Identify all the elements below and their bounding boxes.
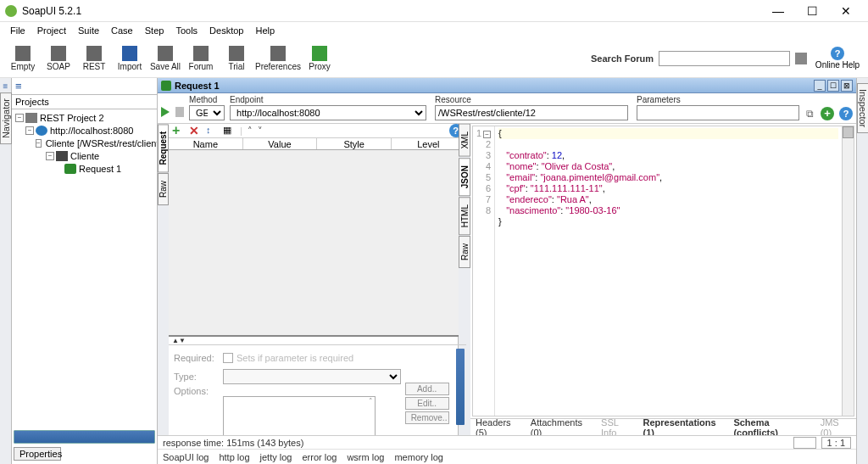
tool-proxy[interactable]: Proxy <box>302 42 337 75</box>
tab-request[interactable]: Request <box>158 124 169 172</box>
menu-project[interactable]: Project <box>32 24 71 37</box>
stop-button[interactable] <box>175 107 184 117</box>
properties-button[interactable]: Properties <box>14 447 61 461</box>
detail-scrollbar[interactable] <box>456 349 465 425</box>
expander-icon[interactable]: − <box>46 152 54 160</box>
tab-res-representations[interactable]: Representations (1) <box>643 417 725 436</box>
import-icon <box>122 46 137 61</box>
tool-trial[interactable]: Trial <box>219 42 254 75</box>
col-style[interactable]: Style <box>317 138 392 149</box>
inspector-tab[interactable]: Inspector <box>857 83 869 133</box>
params-config-icon[interactable]: ⧉ <box>804 107 815 120</box>
maximize-button[interactable]: ☐ <box>795 0 829 22</box>
navigator-scrollbar[interactable] <box>14 430 155 444</box>
config-icon[interactable]: ▦ <box>223 125 235 137</box>
type-select[interactable] <box>223 369 401 384</box>
tool-import[interactable]: Import <box>112 42 147 75</box>
minimize-button[interactable]: — <box>761 0 795 22</box>
tool-save-all[interactable]: Save All <box>147 42 183 75</box>
log-memory[interactable]: memory log <box>394 452 442 462</box>
tree-resource[interactable]: − Cliente <box>12 149 157 162</box>
log-soapui[interactable]: SoapUI log <box>163 452 209 462</box>
type-label: Type: <box>174 372 223 382</box>
expander-icon[interactable]: − <box>15 114 24 122</box>
delete-icon[interactable]: ✕ <box>189 125 201 137</box>
tree-root[interactable]: − REST Project 2 <box>12 111 157 124</box>
menu-case[interactable]: Case <box>106 24 138 37</box>
tab-res-jms[interactable]: JMS (0) <box>821 417 851 436</box>
move-icon[interactable]: ↕ <box>206 125 218 137</box>
resource-input[interactable] <box>435 105 628 120</box>
navigator-tab[interactable]: Navigator <box>0 92 12 144</box>
endpoint-label: Endpoint <box>230 95 430 104</box>
endpoint-select[interactable]: http://localhost:8080 <box>230 105 426 120</box>
empty-icon <box>15 46 31 61</box>
editor-area: Request 1 _ ☐ ⊠ Method GET Endpoint http… <box>158 78 856 464</box>
tool-rest[interactable]: REST <box>76 42 112 75</box>
menu-suite[interactable]: Suite <box>73 24 104 37</box>
tab-schema[interactable]: Schema (conflicts) <box>733 417 811 436</box>
tab-html[interactable]: HTML <box>459 197 470 235</box>
online-help-button[interactable]: ? Online Help <box>812 47 863 70</box>
col-name[interactable]: Name <box>169 138 243 149</box>
tab-xml[interactable]: XML <box>459 124 470 157</box>
option-edit-button[interactable]: Edit.. <box>405 397 449 410</box>
parameters-label: Parameters <box>637 95 799 104</box>
required-checkbox[interactable] <box>223 353 233 363</box>
tab-res-attachments[interactable]: Attachments (0) <box>531 417 593 436</box>
editor-close-icon[interactable]: ⊠ <box>841 80 853 92</box>
tab-request-raw[interactable]: Raw <box>158 173 169 205</box>
log-jetty[interactable]: jetty log <box>260 452 292 462</box>
menu-tools[interactable]: Tools <box>170 24 203 37</box>
menu-file[interactable]: File <box>5 24 31 37</box>
tool-forum[interactable]: Forum <box>183 42 219 75</box>
close-button[interactable]: ✕ <box>829 0 863 22</box>
main-toolbar: Empty SOAP REST Import Save All Forum Tr… <box>0 39 868 78</box>
option-remove-button[interactable]: Remove.. <box>405 411 449 424</box>
log-error[interactable]: error log <box>302 452 337 462</box>
up-icon[interactable]: ˄ <box>248 126 253 137</box>
option-add-button[interactable]: Add.. <box>405 383 449 395</box>
add-icon[interactable]: + <box>172 125 184 137</box>
log-http[interactable]: http log <box>219 452 249 462</box>
log-wsrm[interactable]: wsrm log <box>347 452 384 462</box>
tab-res-headers[interactable]: Headers (5) <box>476 417 522 436</box>
help-button[interactable]: ? <box>839 107 853 120</box>
expander-icon[interactable]: − <box>36 139 42 148</box>
response-scrollbar[interactable] <box>842 126 854 416</box>
tab-json[interactable]: JSON <box>459 158 470 196</box>
editor-title-bar: Request 1 _ ☐ ⊠ <box>158 78 856 93</box>
json-viewer[interactable]: 1−2345678 { "contrato": 12, "nome": "Oli… <box>472 126 854 416</box>
request-title-icon <box>161 81 171 91</box>
menu-step[interactable]: Step <box>140 24 170 37</box>
menu-desktop[interactable]: Desktop <box>204 24 248 37</box>
add-param-button[interactable]: + <box>821 107 834 120</box>
method-select[interactable]: GET <box>189 105 225 120</box>
tree-request[interactable]: Request 1 <box>12 162 157 175</box>
down-icon[interactable]: ˅ <box>258 126 263 137</box>
json-code[interactable]: { "contrato": 12, "nome": "Oliver da Cos… <box>495 126 842 416</box>
request-side-tabs: Request Raw <box>158 124 169 435</box>
search-forum-input[interactable] <box>659 51 790 66</box>
expander-icon[interactable]: − <box>25 126 34 135</box>
param-table-body[interactable] <box>169 150 466 337</box>
method-label: Method <box>189 95 225 104</box>
app-icon <box>5 5 17 17</box>
col-level[interactable]: Level <box>392 138 466 149</box>
tree-service[interactable]: − Cliente [/WSRest/rest/cliente/12 <box>12 137 157 149</box>
tab-response-raw[interactable]: Raw <box>459 236 470 268</box>
search-go-icon[interactable] <box>795 53 807 64</box>
parameters-input[interactable] <box>637 105 799 120</box>
options-list[interactable]: ˄ <box>223 396 376 435</box>
col-value[interactable]: Value <box>243 138 318 149</box>
run-button[interactable] <box>161 107 170 119</box>
menu-help[interactable]: Help <box>250 24 280 37</box>
tool-preferences[interactable]: Preferences <box>254 42 302 75</box>
tree-endpoint[interactable]: − http://localhost:8080 <box>12 124 157 137</box>
tool-soap[interactable]: SOAP <box>41 42 76 75</box>
tab-ssl-info[interactable]: SSL Info <box>601 417 634 436</box>
tool-empty[interactable]: Empty <box>5 42 41 75</box>
editor-min-icon[interactable]: _ <box>814 80 826 92</box>
splitter-handle[interactable]: ▲▼ <box>169 337 466 344</box>
editor-max-icon[interactable]: ☐ <box>827 80 839 92</box>
